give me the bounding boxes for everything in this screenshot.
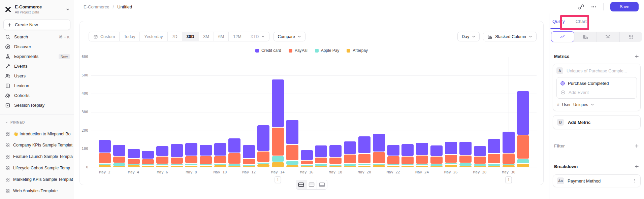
bar-segment-paypal[interactable] [488, 154, 500, 163]
bar-segment-afterpay[interactable] [474, 166, 486, 167]
date-range-3m[interactable]: 3M [199, 32, 214, 41]
pinned-board-item[interactable]: Feature Launch Sample Templa [0, 151, 74, 162]
bar-segment-apple-pay[interactable] [214, 164, 226, 165]
link-icon[interactable] [578, 4, 584, 10]
bar-segment-afterpay[interactable] [459, 166, 472, 167]
sidebar-item-search[interactable]: Search⌘ + K [0, 32, 74, 42]
date-range-yesterday[interactable]: Yesterday [140, 32, 167, 41]
event-row[interactable]: Purchase Completed [560, 81, 633, 86]
bar-segment-apple-pay[interactable] [142, 164, 154, 165]
bar-segment-paypal[interactable] [286, 145, 298, 160]
layout-bottom-button[interactable] [317, 180, 327, 189]
bar-segment-paypal[interactable] [315, 158, 327, 163]
report-type-funnels[interactable] [574, 32, 597, 42]
bar-segment-credit-card[interactable] [171, 144, 183, 157]
bar-segment-credit-card[interactable] [286, 120, 298, 144]
bar-segment-paypal[interactable] [214, 156, 226, 163]
bar-segment-apple-pay[interactable] [301, 165, 313, 166]
bar-segment-credit-card[interactable] [517, 91, 529, 135]
add-metric-card[interactable]: B Add Metric [553, 115, 641, 129]
bar-segment-apple-pay[interactable] [344, 164, 356, 166]
date-range-today[interactable]: Today [120, 32, 140, 41]
annotation-badge[interactable]: 1 [275, 176, 281, 183]
bar-segment-credit-card[interactable] [387, 145, 399, 156]
breadcrumb-project[interactable]: E-Commerce [84, 4, 109, 9]
bar-segment-afterpay[interactable] [503, 165, 515, 167]
bar-segment-credit-card[interactable] [113, 145, 125, 156]
bar-segment-credit-card[interactable] [200, 145, 212, 156]
chart-type-button[interactable]: Stacked Column [483, 32, 537, 41]
bar-segment-credit-card[interactable] [99, 140, 111, 153]
bar-segment-apple-pay[interactable] [99, 164, 111, 165]
layout-split-button[interactable] [296, 180, 307, 189]
granularity-button[interactable]: Day [457, 32, 480, 41]
legend-item-apple-pay[interactable]: Apple Pay [315, 48, 340, 53]
more-options-icon[interactable] [591, 4, 597, 10]
bar-segment-apple-pay[interactable] [430, 164, 443, 165]
bar-segment-apple-pay[interactable] [286, 161, 298, 165]
project-switcher[interactable]: E-Commerce All Project Data [0, 0, 74, 14]
sidebar-item-lexicon[interactable]: Lexicon [0, 81, 74, 91]
bar-segment-credit-card[interactable] [373, 134, 385, 152]
bar-segment-afterpay[interactable] [416, 166, 428, 167]
bar-segment-paypal[interactable] [128, 159, 140, 164]
bar-segment-credit-card[interactable] [272, 79, 284, 127]
bar-segment-credit-card[interactable] [315, 145, 327, 157]
bar-segment-apple-pay[interactable] [401, 164, 414, 165]
bar-segment-apple-pay[interactable] [373, 164, 385, 165]
bar-segment-afterpay[interactable] [156, 166, 168, 167]
bar-segment-paypal[interactable] [416, 156, 428, 164]
bar-segment-apple-pay[interactable] [200, 164, 212, 165]
pinned-section-header[interactable]: PINNED [0, 119, 74, 125]
bar-segment-paypal[interactable] [272, 128, 284, 156]
measure-row[interactable]: # User Uniques [557, 102, 636, 107]
bar-segment-afterpay[interactable] [387, 166, 399, 167]
date-range-custom[interactable]: Custom [89, 32, 120, 41]
bar-segment-credit-card[interactable] [459, 142, 472, 155]
bar-segment-apple-pay[interactable] [257, 163, 269, 164]
bar-segment-credit-card[interactable] [445, 142, 457, 154]
date-range-xtd[interactable]: XTD [246, 32, 269, 41]
bar-segment-apple-pay[interactable] [113, 163, 125, 166]
layout-top-button[interactable] [307, 180, 317, 189]
sidebar-item-experiments[interactable]: ExperimentsNew [0, 52, 74, 61]
legend-item-credit-card[interactable]: Credit card [255, 48, 281, 53]
date-range-12m[interactable]: 12M [229, 32, 246, 41]
save-button[interactable]: Save [610, 2, 639, 11]
bar-segment-afterpay[interactable] [171, 166, 183, 167]
bar-segment-apple-pay[interactable] [474, 164, 486, 165]
metric-a-title-row[interactable]: A Uniques of Purchase Comple... [556, 67, 637, 74]
bar-segment-apple-pay[interactable] [272, 156, 284, 162]
bar-segment-afterpay[interactable] [272, 162, 284, 167]
bar-segment-afterpay[interactable] [113, 166, 125, 167]
add-breakdown-plus-icon[interactable] [634, 164, 639, 169]
bar-segment-afterpay[interactable] [488, 166, 500, 167]
tab-chart[interactable]: Chart [576, 13, 587, 29]
legend-item-paypal[interactable]: PayPal [289, 48, 308, 53]
bar-segment-credit-card[interactable] [142, 151, 154, 159]
bar-segment-credit-card[interactable] [228, 138, 240, 153]
bar-segment-apple-pay[interactable] [156, 164, 168, 165]
bar-segment-paypal[interactable] [358, 154, 371, 163]
bar-segment-afterpay[interactable] [329, 166, 342, 167]
bar-segment-paypal[interactable] [171, 158, 183, 164]
bar-segment-credit-card[interactable] [488, 139, 500, 153]
pinned-board-item[interactable]: Company KPIs Sample Templat [0, 139, 74, 151]
bar-segment-credit-card[interactable] [156, 146, 168, 156]
bar-segment-apple-pay[interactable] [228, 164, 240, 165]
bar-segment-credit-card[interactable] [358, 136, 371, 153]
breadcrumb-current[interactable]: Untitled [117, 4, 132, 9]
pinned-board-item[interactable]: Web Analytics Template [0, 185, 74, 197]
breakdown-card[interactable]: Aa Payment Method [553, 174, 641, 187]
date-range-30d[interactable]: 30D [182, 32, 199, 41]
bar-segment-credit-card[interactable] [430, 145, 443, 156]
bar-segment-paypal[interactable] [445, 155, 457, 163]
bar-segment-afterpay[interactable] [358, 166, 371, 167]
bar-segment-paypal[interactable] [156, 157, 168, 164]
bar-segment-afterpay[interactable] [185, 166, 197, 167]
bar-segment-paypal[interactable] [228, 153, 240, 164]
bar-segment-paypal[interactable] [459, 156, 472, 163]
bar-segment-paypal[interactable] [113, 157, 125, 163]
bar-segment-credit-card[interactable] [257, 125, 269, 151]
annotation-badge[interactable]: 1 [506, 176, 512, 183]
